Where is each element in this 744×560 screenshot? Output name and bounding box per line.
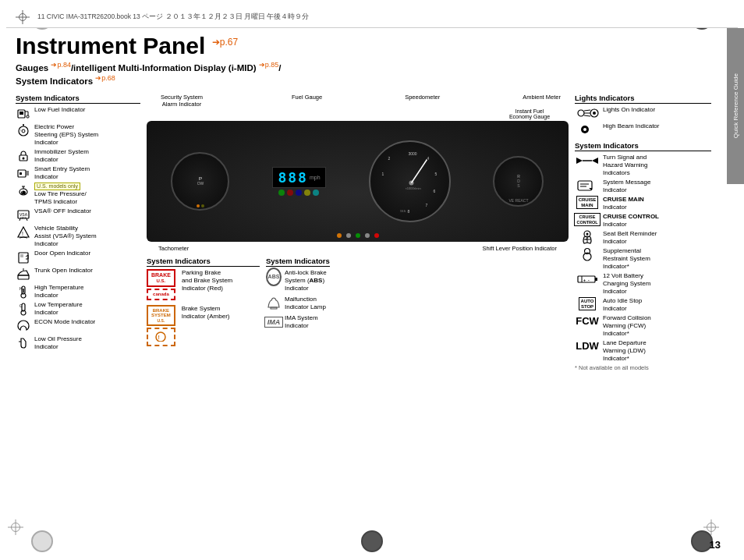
content-grid: System Indicators Low Fuel Indicator ! E… <box>16 94 711 535</box>
svg-text:!: ! <box>22 231 23 236</box>
cruise-control-label: CRUISE CONTROLIndicator <box>603 213 659 229</box>
svg-text:2: 2 <box>388 155 390 160</box>
svg-rect-33 <box>18 275 29 279</box>
system-message-item: System MessageIndicator <box>575 179 711 194</box>
right-gauge: R D S VE REACT <box>493 156 544 207</box>
svg-point-8 <box>23 124 24 126</box>
right-column: Lights Indicators Lights On Indicator <box>575 94 711 535</box>
vsa-system-label: Vehicle StabilityAssist (VSA®) SystemInd… <box>34 225 97 248</box>
brake-item-red: BRAKEU.S. canada Parking Brakeand Brake … <box>147 269 260 300</box>
asterisk-note: * Not available on all models <box>575 364 711 371</box>
auto-idle-label: Auto Idle StopIndicator <box>603 297 642 313</box>
svg-text:!: ! <box>20 129 21 133</box>
speed-display: 888 mph <box>272 167 325 188</box>
svg-marker-66 <box>576 158 583 164</box>
svg-line-61 <box>584 115 590 116</box>
svg-text:4: 4 <box>427 155 429 160</box>
ima-icon: IMA <box>266 314 282 330</box>
svg-text:✓: ✓ <box>585 236 588 241</box>
lights-section: Lights Indicators Lights On Indicator <box>575 94 711 136</box>
lights-on-label: Lights On Indicator <box>603 106 655 114</box>
srs-icon <box>575 247 600 261</box>
brake-section-title: System Indicators <box>147 257 260 267</box>
turn-signal-icon <box>575 154 600 168</box>
svg-rect-4 <box>27 115 29 118</box>
seatbelt-icon: ✓ <box>575 230 600 244</box>
abs-icon: ABS <box>266 269 282 285</box>
mil-item: MalfunctionIndicator Lamp <box>266 296 330 311</box>
ldw-label: Lane DepartureWarning (LDW)Indicator* <box>603 339 647 363</box>
abs-item: ABS Anti-lock BrakeSystem (ABS)Indicator <box>266 269 330 292</box>
svg-point-6 <box>22 129 25 133</box>
svg-point-11 <box>23 157 25 159</box>
bottom-system-section: System Indicators BRAKEU.S. canada Parki… <box>147 257 569 346</box>
ambient-meter-label: Ambient Meter <box>523 94 561 108</box>
list-item: Immobilizer SystemIndicator <box>16 148 140 164</box>
center-column: Security System Alarm Indicator Fuel Gau… <box>147 94 569 535</box>
svg-text:3000: 3000 <box>408 151 416 155</box>
abs-label: Anti-lock BrakeSystem (ABS)Indicator <box>285 269 327 292</box>
low-fuel-icon <box>16 106 31 122</box>
svg-text:×1000r/min: ×1000r/min <box>405 186 420 190</box>
list-item: Trunk Open Indicator <box>16 267 140 282</box>
list-item: ! Electric PowerSteering (EPS) SystemInd… <box>16 123 140 147</box>
right-tab: Quick Reference Guide <box>727 28 744 184</box>
svg-text:C: C <box>19 303 23 308</box>
svg-text:7: 7 <box>425 202 427 207</box>
door-open-label: Door Open Indicator <box>34 250 90 257</box>
eps-icon: ! <box>16 123 31 139</box>
svg-rect-13 <box>19 172 22 175</box>
brake-red-icon: BRAKEU.S. <box>147 269 175 287</box>
svg-text:!: ! <box>22 190 23 194</box>
instant-fuel-label: Instant Fuel Economy Gauge <box>506 108 553 119</box>
svg-rect-70 <box>578 181 592 190</box>
svg-line-60 <box>584 110 590 111</box>
list-item: Smart Entry SystemIndicator <box>16 165 140 181</box>
speedometer-label: Speedometer <box>405 94 440 108</box>
svg-text:6: 6 <box>433 188 435 193</box>
list-item: ECON Mode Indicator <box>16 318 140 334</box>
auto-idle-icon: AUTOSTOP <box>575 297 600 311</box>
smart-entry-label: Smart Entry SystemIndicator <box>34 165 90 181</box>
us-only-badge: U.S. models only <box>34 183 80 191</box>
battery-icon: + - <box>575 272 600 286</box>
list-item: VSAOFF VSA® OFF Indicator <box>16 207 140 223</box>
svg-text:8: 8 <box>407 208 409 213</box>
high-temp-label: High TemperatureIndicator <box>34 284 83 299</box>
system-message-label: System MessageIndicator <box>603 179 650 194</box>
list-item: Low Oil PressureIndicator <box>16 335 140 351</box>
cruise-main-item: CRUISEMAIN CRUISE MAINIndicator <box>575 196 711 211</box>
econ-icon <box>16 318 31 334</box>
immobilizer-icon <box>16 148 31 164</box>
svg-text:1: 1 <box>381 171 384 175</box>
immobilizer-label: Immobilizer SystemIndicator <box>34 148 89 164</box>
fcw-item: FCW Forward CollisionWarning (FCW)Indica… <box>575 314 711 338</box>
tachometer-label: Tachometer <box>158 245 189 252</box>
srs-item: SupplementalRestraint SystemIndicator* <box>575 247 711 271</box>
tpms-icon: ! <box>16 183 31 198</box>
fcw-icon: FCW <box>575 314 600 328</box>
brake-item-amber: BRAKESYSTEMU.S. ! Brake SystemIndicator … <box>147 305 260 346</box>
list-item: Door Open Indicator <box>16 250 140 265</box>
seatbelt-item: ✓ Seat Belt ReminderIndicator <box>575 230 711 246</box>
brake-amber-icon: BRAKESYSTEMU.S. <box>147 305 175 327</box>
list-item: H High TemperatureIndicator <box>16 284 140 299</box>
svg-text:!: ! <box>158 335 160 340</box>
svg-rect-1 <box>19 112 23 115</box>
smart-entry-icon <box>16 165 31 181</box>
svg-line-52 <box>411 159 427 183</box>
svg-point-63 <box>593 112 596 115</box>
title-page-ref: ➔p.67 <box>212 37 238 48</box>
svg-text:OFF: OFF <box>20 216 27 220</box>
left-section-title: System Indicators <box>16 94 140 104</box>
cruise-main-icon: CRUISEMAIN <box>575 196 600 210</box>
vsa-system-icon: ! <box>16 225 31 240</box>
list-item: ! U.S. models only Low Tire Pressure/TPM… <box>16 183 140 207</box>
ima-item: IMA IMA SystemIndicator <box>266 314 330 330</box>
svg-rect-29 <box>20 254 23 257</box>
top-header-bar: 11 CIVIC IMA-31TR26200.book 13 ページ ２０１３年… <box>6 6 738 28</box>
fuel-gauge-label: Fuel Gauge <box>292 94 322 108</box>
brake-amber-canada-icon: ! <box>147 328 175 346</box>
brake-red-label: Parking Brakeand Brake SystemIndicator (… <box>182 269 232 292</box>
right-system-section: System Indicators Turn Signal andHazard … <box>575 141 711 371</box>
